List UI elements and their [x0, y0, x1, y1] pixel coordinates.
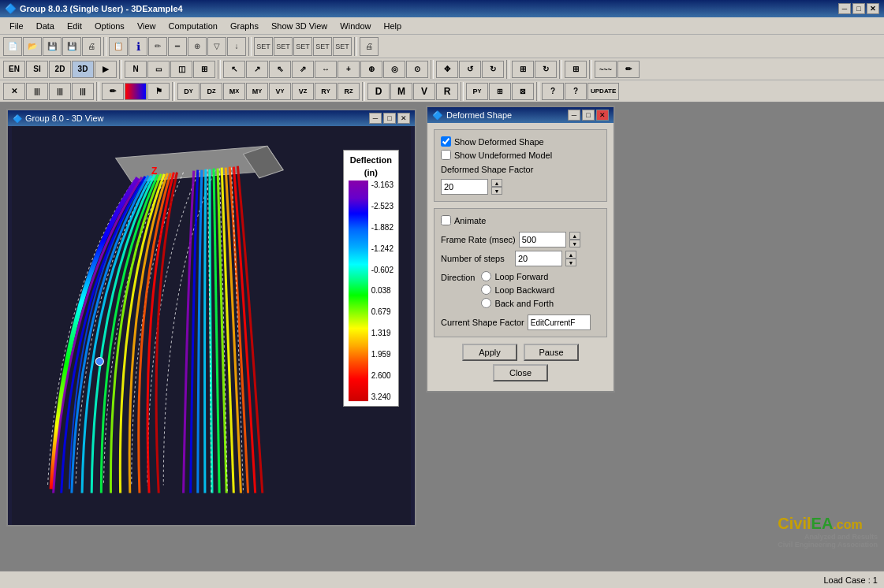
dialog-minimize[interactable]: ─ [568, 110, 580, 121]
back-forth-radio[interactable] [481, 298, 491, 308]
D-btn[interactable]: D [367, 83, 390, 100]
si-btn[interactable]: SI [26, 61, 48, 78]
menu-computation[interactable]: Computation [162, 20, 224, 32]
shape-factor-input[interactable] [441, 179, 488, 195]
Ry-btn[interactable]: RY [315, 83, 337, 100]
view3d-minimize[interactable]: ─ [369, 113, 382, 124]
set5-btn[interactable]: SET [333, 37, 352, 56]
pen-btn[interactable]: ✏ [617, 61, 640, 78]
menu-options[interactable]: Options [88, 20, 131, 32]
release-btn[interactable]: ◫ [170, 61, 192, 78]
t2-btn[interactable]: ||| [49, 83, 71, 100]
menu-show3d[interactable]: Show 3D View [265, 20, 334, 32]
sel7-btn[interactable]: ⊕ [360, 61, 382, 78]
current-shape-input[interactable] [528, 314, 591, 330]
info-btn[interactable]: ℹ [129, 37, 147, 56]
set1-btn[interactable]: SET [254, 37, 273, 56]
help1-btn[interactable]: ? [542, 83, 564, 100]
num-steps-input[interactable] [515, 251, 562, 266]
close-button[interactable]: ✕ [867, 3, 879, 14]
Mx-btn[interactable]: MX [223, 83, 245, 100]
table-btn[interactable]: ⊞ [565, 61, 587, 78]
num-steps-down[interactable]: ▼ [565, 259, 576, 266]
minimize-button[interactable]: ─ [838, 3, 851, 14]
sel4-btn[interactable]: ⇗ [292, 61, 314, 78]
py-btn[interactable]: PY [466, 83, 488, 100]
color-btn[interactable] [125, 83, 147, 100]
pause-button[interactable]: Pause [524, 344, 579, 361]
Vy-btn[interactable]: VY [269, 83, 291, 100]
Vz-btn[interactable]: VZ [292, 83, 314, 100]
shape-factor-up[interactable]: ▲ [491, 179, 502, 187]
menu-help[interactable]: Help [377, 20, 408, 32]
edit-btn[interactable]: ✏ [148, 37, 167, 56]
flag-btn[interactable]: ⚑ [147, 83, 170, 100]
sel3-btn[interactable]: ⇖ [269, 61, 291, 78]
3d-btn[interactable]: 3D [72, 61, 94, 78]
print-btn[interactable]: 🖨 [82, 37, 101, 56]
M-btn[interactable]: M [390, 83, 412, 100]
R-btn[interactable]: R [436, 83, 458, 100]
menu-file[interactable]: File [3, 20, 30, 32]
pencil-btn[interactable]: ✏ [102, 83, 124, 100]
menu-graphs[interactable]: Graphs [224, 20, 265, 32]
frame-rate-down[interactable]: ▼ [569, 240, 580, 247]
loop-forward-radio[interactable] [481, 271, 491, 281]
menu-view[interactable]: View [131, 20, 162, 32]
Dy-btn[interactable]: DY [177, 83, 200, 100]
frame-rate-up[interactable]: ▲ [569, 232, 580, 240]
member-btn[interactable]: ━ [168, 37, 187, 56]
sel1-btn[interactable]: ↖ [223, 61, 245, 78]
Rz-btn[interactable]: RZ [338, 83, 360, 100]
new-btn[interactable]: 📄 [3, 37, 22, 56]
My-btn[interactable]: MY [246, 83, 268, 100]
sel5-btn[interactable]: ↔ [315, 61, 337, 78]
maximize-button[interactable]: □ [852, 3, 865, 14]
sel8-btn[interactable]: ◎ [383, 61, 405, 78]
set4-btn[interactable]: SET [313, 37, 332, 56]
snap-btn[interactable]: ~~~ [595, 61, 617, 78]
Dz-btn[interactable]: DZ [200, 83, 222, 100]
save-btn[interactable]: 💾 [43, 37, 62, 56]
set3-btn[interactable]: SET [293, 37, 312, 56]
t1-btn[interactable]: ||| [26, 83, 48, 100]
num-steps-up[interactable]: ▲ [565, 251, 576, 259]
show-undeformed-checkbox[interactable] [441, 150, 451, 160]
refresh-btn[interactable]: ↻ [535, 61, 557, 78]
sel2-btn[interactable]: ↗ [246, 61, 268, 78]
support-btn[interactable]: ▽ [207, 37, 226, 56]
rot1-btn[interactable]: ↺ [459, 61, 481, 78]
load-btn[interactable]: ↓ [227, 37, 246, 56]
view3d-close[interactable]: ✕ [397, 113, 410, 124]
view3d-maximize[interactable]: □ [383, 113, 396, 124]
save2-btn[interactable]: 💾 [62, 37, 81, 56]
menu-window[interactable]: Window [334, 20, 377, 32]
sel6-btn[interactable]: + [338, 61, 360, 78]
printer-btn[interactable]: 🖨 [360, 37, 379, 56]
sect-btn[interactable]: ▭ [147, 61, 170, 78]
close-button[interactable]: Close [493, 364, 548, 381]
show-deformed-checkbox[interactable] [441, 136, 451, 147]
frame-rate-input[interactable] [519, 232, 566, 247]
t3-btn[interactable]: ||| [72, 83, 94, 100]
apply-button[interactable]: Apply [462, 344, 517, 361]
shape-factor-down[interactable]: ▼ [491, 187, 502, 195]
animate-checkbox[interactable] [441, 215, 451, 225]
dialog-close[interactable]: ✕ [596, 110, 609, 121]
loop-backward-radio[interactable] [481, 285, 491, 295]
play-btn[interactable]: ▶ [95, 61, 117, 78]
open-btn[interactable]: 📂 [23, 37, 42, 56]
set2-btn[interactable]: SET [274, 37, 293, 56]
menu-edit[interactable]: Edit [61, 20, 88, 32]
2d-btn[interactable]: 2D [49, 61, 71, 78]
en-btn[interactable]: EN [3, 61, 25, 78]
V-btn[interactable]: V [413, 83, 435, 100]
grid-btn[interactable]: ⊞ [512, 61, 534, 78]
menu-data[interactable]: Data [30, 20, 61, 32]
close3-btn[interactable]: ✕ [3, 83, 25, 100]
sel9-btn[interactable]: ⊙ [406, 61, 428, 78]
copy-btn[interactable]: 📋 [109, 37, 128, 56]
res2-btn[interactable]: ⊠ [512, 83, 534, 100]
res1-btn[interactable]: ⊞ [489, 83, 511, 100]
n-btn[interactable]: N [125, 61, 147, 78]
